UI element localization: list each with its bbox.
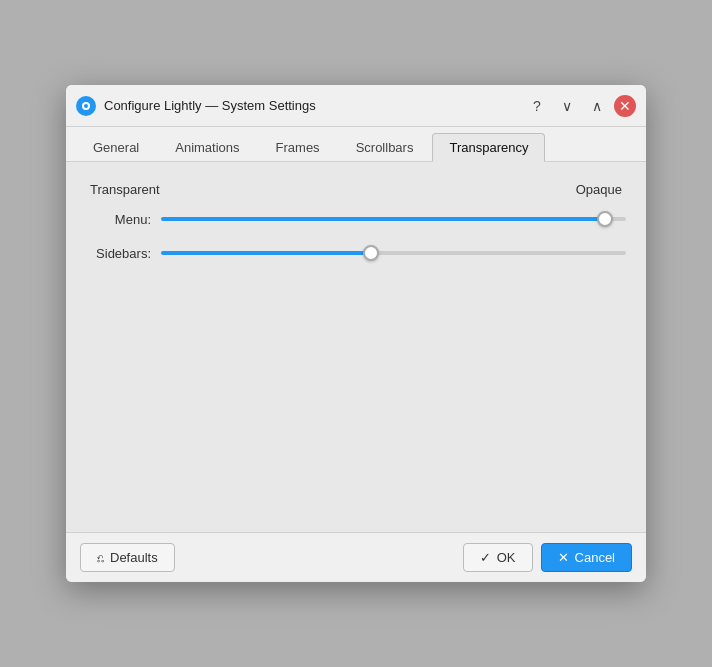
app-icon — [76, 96, 96, 116]
menu-slider-container — [161, 209, 626, 229]
ok-icon: ✓ — [480, 550, 491, 565]
sidebars-slider[interactable] — [161, 251, 626, 255]
tab-animations[interactable]: Animations — [158, 133, 256, 161]
ok-label: OK — [497, 550, 516, 565]
defaults-icon: ⎌ — [97, 551, 104, 565]
cancel-button[interactable]: ✕ Cancel — [541, 543, 632, 572]
titlebar-controls: ? ∨ ∧ ✕ — [524, 93, 636, 119]
tab-general[interactable]: General — [76, 133, 156, 161]
minimize-button[interactable]: ∨ — [554, 93, 580, 119]
sidebars-slider-container — [161, 243, 626, 263]
sidebars-label: Sidebars: — [86, 246, 151, 261]
label-opaque: Opaque — [576, 182, 622, 197]
ok-button[interactable]: ✓ OK — [463, 543, 533, 572]
tab-transparency[interactable]: Transparency — [432, 133, 545, 162]
menu-slider[interactable] — [161, 217, 626, 221]
tab-frames[interactable]: Frames — [259, 133, 337, 161]
help-button[interactable]: ? — [524, 93, 550, 119]
tab-bar: General Animations Frames Scrollbars Tra… — [66, 127, 646, 162]
content-area: Transparent Opaque Menu: Sidebars: — [66, 162, 646, 532]
tab-scrollbars[interactable]: Scrollbars — [339, 133, 431, 161]
main-window: Configure Lightly — System Settings ? ∨ … — [66, 85, 646, 582]
sidebars-slider-row: Sidebars: — [86, 243, 626, 263]
defaults-button[interactable]: ⎌ Defaults — [80, 543, 175, 572]
titlebar: Configure Lightly — System Settings ? ∨ … — [66, 85, 646, 127]
transparency-labels: Transparent Opaque — [86, 182, 626, 197]
cancel-icon: ✕ — [558, 550, 569, 565]
label-transparent: Transparent — [90, 182, 160, 197]
menu-slider-row: Menu: — [86, 209, 626, 229]
maximize-button[interactable]: ∧ — [584, 93, 610, 119]
defaults-label: Defaults — [110, 550, 158, 565]
cancel-label: Cancel — [575, 550, 615, 565]
menu-label: Menu: — [86, 212, 151, 227]
svg-point-1 — [84, 104, 88, 108]
bottom-bar: ⎌ Defaults ✓ OK ✕ Cancel — [66, 532, 646, 582]
close-button[interactable]: ✕ — [614, 95, 636, 117]
window-title: Configure Lightly — System Settings — [104, 98, 516, 113]
bottom-bar-left: ⎌ Defaults — [80, 543, 455, 572]
